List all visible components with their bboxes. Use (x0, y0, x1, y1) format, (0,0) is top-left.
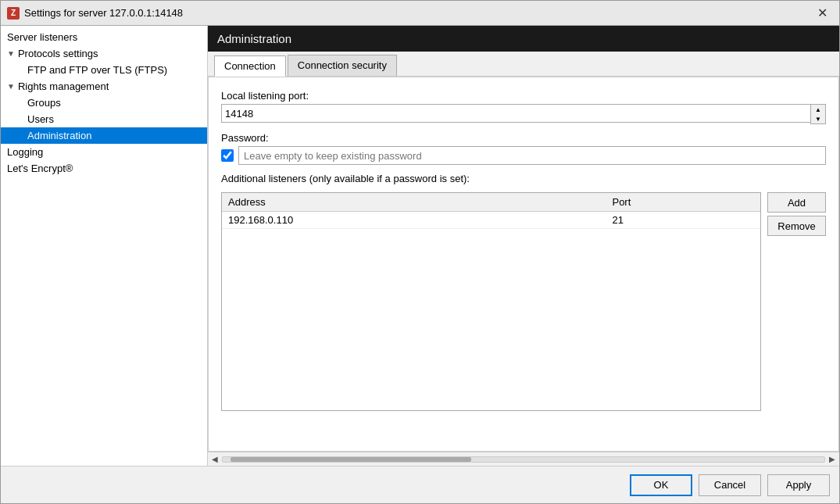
ok-button[interactable]: OK (630, 474, 692, 496)
expand-icon: ▼ (7, 82, 15, 91)
port-row: ▲ ▼ (221, 104, 826, 124)
add-button[interactable]: Add (767, 192, 826, 213)
sidebar-item-rights-management[interactable]: ▼ Rights management (1, 78, 207, 95)
main-content: Server listeners ▼ Protocols settings FT… (1, 26, 839, 466)
app-icon: Z (7, 7, 20, 20)
listeners-area: Address Port 192.168.0.11021 Add Remove (221, 192, 826, 438)
listeners-table: Address Port 192.168.0.11021 (222, 193, 760, 229)
sidebar: Server listeners ▼ Protocols settings FT… (1, 26, 208, 466)
sidebar-item-lets-encrypt[interactable]: Let's Encrypt® (1, 160, 207, 177)
scroll-right-icon[interactable]: ▶ (827, 455, 838, 463)
bottom-bar: OK Cancel Apply (1, 466, 839, 503)
right-panel: Administration Connection Connection sec… (208, 26, 839, 466)
cell-address: 192.168.0.110 (222, 212, 606, 229)
tab-connection-security[interactable]: Connection security (288, 55, 397, 76)
col-header-port: Port (606, 193, 760, 212)
port-spinner: ▲ ▼ (810, 104, 826, 124)
password-field-group: Password: (221, 132, 826, 165)
sidebar-item-label: Protocols settings (18, 48, 98, 59)
sidebar-item-protocols-settings[interactable]: ▼ Protocols settings (1, 45, 207, 62)
cancel-button[interactable]: Cancel (699, 474, 761, 496)
sidebar-item-label: Logging (7, 146, 43, 158)
port-field-group: Local listening port: ▲ ▼ (221, 90, 826, 124)
sidebar-item-label: FTP and FTP over TLS (FTPS) (27, 64, 167, 76)
sidebar-item-users[interactable]: Users (1, 111, 207, 127)
password-checkbox[interactable] (221, 149, 234, 162)
settings-window: Z Settings for server 127.0.0.1:14148 ✕ … (0, 0, 840, 504)
password-row (221, 146, 826, 165)
listeners-buttons: Add Remove (767, 192, 826, 438)
col-header-address: Address (222, 193, 606, 212)
title-bar-left: Z Settings for server 127.0.0.1:14148 (7, 7, 183, 20)
close-button[interactable]: ✕ (811, 5, 833, 21)
tab-connection[interactable]: Connection (214, 55, 286, 77)
additional-listeners-label: Additional listeners (only available if … (221, 173, 826, 184)
scroll-track[interactable] (222, 456, 825, 463)
window-title: Settings for server 127.0.0.1:14148 (24, 7, 183, 19)
panel-content: Local listening port: ▲ ▼ Password: (208, 77, 839, 452)
horizontal-scrollbar[interactable]: ◀ ▶ (208, 452, 839, 466)
remove-button[interactable]: Remove (767, 216, 826, 236)
sidebar-item-label: Server listeners (7, 31, 77, 43)
sidebar-item-label: Users (27, 113, 54, 125)
sidebar-item-administration[interactable]: Administration (1, 127, 207, 144)
cell-port: 21 (606, 212, 760, 229)
expand-icon: ▼ (7, 49, 15, 58)
sidebar-item-label: Administration (27, 130, 91, 141)
title-bar: Z Settings for server 127.0.0.1:14148 ✕ (1, 1, 839, 26)
spin-up-button[interactable]: ▲ (811, 105, 825, 114)
sidebar-item-label: Groups (27, 97, 61, 109)
apply-button[interactable]: Apply (767, 474, 830, 496)
port-input[interactable] (221, 104, 810, 123)
sidebar-item-label: Let's Encrypt® (7, 163, 73, 174)
password-input[interactable] (238, 146, 826, 165)
listeners-table-container: Address Port 192.168.0.11021 (221, 192, 761, 411)
sidebar-item-ftp-ftps[interactable]: FTP and FTP over TLS (FTPS) (1, 62, 207, 78)
port-label: Local listening port: (221, 90, 826, 102)
sidebar-item-label: Rights management (18, 80, 109, 92)
scroll-left-icon[interactable]: ◀ (209, 455, 220, 463)
password-label: Password: (221, 132, 826, 144)
table-row[interactable]: 192.168.0.11021 (222, 212, 760, 229)
spin-down-button[interactable]: ▼ (811, 114, 825, 123)
tabs-bar: Connection Connection security (208, 52, 839, 77)
scroll-thumb[interactable] (231, 457, 471, 462)
panel-title: Administration (208, 26, 839, 52)
sidebar-item-logging[interactable]: Logging (1, 144, 207, 160)
sidebar-item-groups[interactable]: Groups (1, 95, 207, 111)
sidebar-item-server-listeners[interactable]: Server listeners (1, 29, 207, 45)
